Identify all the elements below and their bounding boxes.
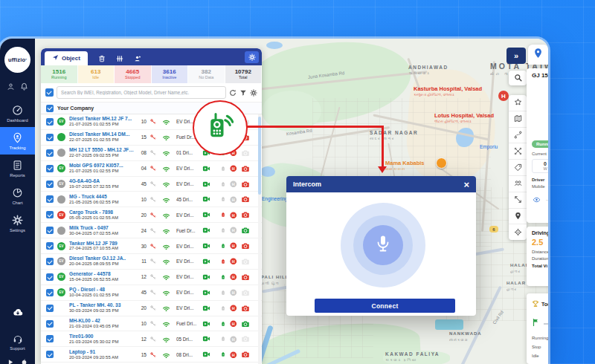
filter-icon[interactable] xyxy=(239,86,247,100)
camera-icon[interactable] xyxy=(239,273,251,281)
row-checkbox[interactable] xyxy=(46,335,54,342)
camera-icon[interactable] xyxy=(239,165,251,172)
restaurant-marker[interactable] xyxy=(436,157,447,169)
row-checkbox[interactable] xyxy=(46,134,54,141)
user-icon[interactable] xyxy=(7,80,15,94)
row-checkbox[interactable] xyxy=(46,258,54,265)
camera-icon[interactable] xyxy=(239,320,251,328)
horn-icon[interactable]: H xyxy=(228,336,239,343)
horn-icon[interactable]: H xyxy=(228,305,239,312)
horn-icon[interactable]: H xyxy=(228,289,239,296)
camera-icon[interactable] xyxy=(239,242,251,250)
vehicle-row[interactable]: EV Generator - 4457815-04-2025 06:52:55 … xyxy=(41,270,262,285)
sidebar-item-settings[interactable]: Settings xyxy=(0,209,35,237)
object-pin-tab[interactable] xyxy=(528,45,548,65)
row-checkbox[interactable] xyxy=(46,351,54,358)
map-tool-mapfold[interactable] xyxy=(509,111,527,128)
battery-icon[interactable] xyxy=(217,195,228,203)
map-tool-route[interactable] xyxy=(509,128,527,144)
gear-icon[interactable] xyxy=(250,86,257,100)
battery-icon[interactable] xyxy=(217,211,228,218)
battery-icon[interactable] xyxy=(217,335,228,342)
vehicle-name[interactable]: MH 12 LT 5550 - MH.12 JF 7... xyxy=(69,147,135,153)
search-input[interactable] xyxy=(57,86,226,99)
vehicle-name[interactable]: Diesel Tanker MH.14 DM... xyxy=(69,131,135,137)
sidebar-item-tracking[interactable]: Tracking xyxy=(0,127,35,155)
vehicle-name[interactable]: MG - Truck 4445 xyxy=(69,194,135,200)
bell-icon[interactable] xyxy=(20,80,28,94)
camera-icon[interactable] xyxy=(239,289,251,296)
video-icon[interactable] xyxy=(199,211,213,218)
camera-icon[interactable] xyxy=(239,351,251,358)
refresh-icon[interactable] xyxy=(229,86,237,100)
map-tool-drone[interactable] xyxy=(509,143,527,160)
status-filter-total[interactable]: 10792 Total xyxy=(225,65,263,83)
camera-icon[interactable] xyxy=(239,258,251,265)
map-tool-tag[interactable] xyxy=(509,160,527,176)
row-checkbox[interactable] xyxy=(46,227,54,234)
status-filter-inactive[interactable]: 3616 Inactive xyxy=(152,65,189,83)
vehicle-name[interactable]: 4G-6A-4G-6A xyxy=(69,178,135,184)
select-all-checkbox[interactable] xyxy=(45,88,54,97)
video-icon[interactable] xyxy=(199,227,213,234)
vehicle-name[interactable]: Milk Truck - 0497 xyxy=(69,225,135,231)
camera-icon[interactable] xyxy=(239,149,251,157)
status-filter-stopped[interactable]: 4665 Stopped xyxy=(115,65,152,83)
camera-icon[interactable] xyxy=(239,181,251,188)
vehicle-name[interactable]: Tire01-900 xyxy=(69,334,135,339)
row-checkbox[interactable] xyxy=(46,289,54,296)
vehicle-name[interactable]: Generator - 44578 xyxy=(69,271,135,277)
map-tool-expand[interactable] xyxy=(509,192,527,209)
mic-button[interactable] xyxy=(363,225,403,265)
vehicle-row[interactable]: EV Mobi GPS 6972 KI057...21-07-2025 01:0… xyxy=(41,161,262,177)
horn-icon[interactable]: H xyxy=(228,181,239,188)
vehicle-row[interactable]: Tire01-90021-03-2024 05:30:02 PM 12 05 D… xyxy=(41,331,262,347)
battery-icon[interactable] xyxy=(217,289,228,296)
sidebar-item-chart[interactable]: Chart xyxy=(0,182,35,209)
camera-icon[interactable] xyxy=(239,211,251,218)
horn-icon[interactable]: H xyxy=(228,196,239,204)
horn-icon[interactable]: H xyxy=(228,227,239,234)
row-checkbox[interactable] xyxy=(46,305,54,312)
status-filter-idle[interactable]: 613 Idle xyxy=(78,65,115,83)
horn-icon[interactable]: H xyxy=(228,242,239,250)
vehicle-name[interactable]: Laptop - 91 xyxy=(69,349,135,355)
vehicle-name[interactable]: PQ - Diesel - 48 xyxy=(69,287,135,293)
tab-object[interactable]: Object xyxy=(45,51,88,65)
map-search-button[interactable] xyxy=(509,71,527,85)
battery-icon[interactable] xyxy=(217,181,228,188)
bin-icon[interactable] xyxy=(98,55,106,62)
row-checkbox[interactable] xyxy=(46,320,54,328)
battery-icon[interactable] xyxy=(217,242,228,250)
vehicle-row[interactable]: EV Cargo Truck - 789805-05-2025 01:02:55… xyxy=(41,207,262,223)
vehicle-name[interactable]: MH-KL00 - 42 xyxy=(69,318,135,324)
map-tool-pinsmall[interactable] xyxy=(509,209,527,225)
vehicle-row[interactable]: Laptop - 9120-03-2024 09:20:55 AM 15 08 … xyxy=(41,347,262,363)
map-tool-locate[interactable] xyxy=(509,224,527,240)
sidebar-item-reports[interactable]: Reports xyxy=(0,155,35,182)
map-tool-star[interactable] xyxy=(509,95,527,111)
video-icon[interactable] xyxy=(199,258,213,265)
sidebar-item-support[interactable]: Support xyxy=(0,328,35,355)
video-icon[interactable] xyxy=(199,289,213,296)
vehicle-row[interactable]: EV PQ - Diesel - 4810-04-2025 01:02:55 P… xyxy=(41,285,262,301)
video-icon[interactable] xyxy=(199,320,213,328)
vehicle-row[interactable]: Milk Truck - 049730-04-2025 07:02:55 AM … xyxy=(41,223,262,238)
video-icon[interactable] xyxy=(199,351,213,358)
vehicle-name[interactable]: Diesel Tanker GJ.12 JA.. xyxy=(69,256,135,261)
video-icon[interactable] xyxy=(199,165,213,172)
status-filter-no-data[interactable]: 382 No Data xyxy=(188,65,225,83)
vehicle-name[interactable]: PL - Tanker MH. 40. 33 xyxy=(69,302,135,308)
vehicle-row[interactable]: MH-KL00 - 4221-03-2024 03:45:05 PM 10 Fu… xyxy=(41,316,262,332)
close-icon[interactable]: × xyxy=(463,180,469,189)
horn-icon[interactable]: H xyxy=(228,212,239,219)
camera-icon[interactable] xyxy=(239,335,251,342)
video-icon[interactable] xyxy=(199,181,213,188)
vehicle-name[interactable]: Mobi GPS 6972 KI057... xyxy=(69,163,135,169)
sidebar-item-dashboard[interactable]: Dashboard xyxy=(0,100,35,127)
hospital-marker[interactable]: H xyxy=(498,91,509,101)
row-checkbox[interactable] xyxy=(46,211,54,218)
row-checkbox[interactable] xyxy=(46,273,54,281)
map-tool-cluster[interactable] xyxy=(509,176,527,192)
uffizio-logo[interactable]: uffizio* xyxy=(4,47,30,73)
